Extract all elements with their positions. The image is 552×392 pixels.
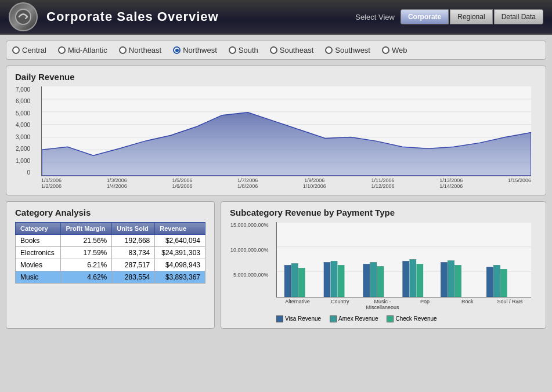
svg-rect-20 bbox=[403, 261, 409, 297]
cell-units: 192,668 bbox=[112, 235, 155, 247]
svg-rect-12 bbox=[291, 263, 298, 297]
bar-chart-area: 15,000,000.00% 10,000,000.00% 5,000,000.… bbox=[276, 222, 531, 297]
daily-revenue-title: Daily Revenue bbox=[15, 72, 537, 82]
col-profit: Profit Margin bbox=[61, 223, 112, 235]
svg-rect-11 bbox=[284, 265, 291, 297]
svg-point-0 bbox=[16, 9, 31, 24]
legend-check-label: Check Revenue bbox=[395, 315, 436, 322]
cell-revenue: $3,893,367 bbox=[155, 271, 205, 284]
table-row[interactable]: Movies 6.21% 287,517 $4,098,943 bbox=[16, 259, 205, 271]
subcategory-title: Subcategory Revenue by Payment Type bbox=[230, 208, 537, 217]
svg-rect-22 bbox=[417, 264, 423, 297]
select-view-label: Select View bbox=[355, 13, 395, 21]
svg-rect-18 bbox=[370, 262, 377, 297]
tab-central[interactable]: Central bbox=[12, 46, 46, 55]
svg-rect-25 bbox=[455, 265, 461, 297]
main-content: Central Mid-Atlantic Northeast Northwest… bbox=[0, 35, 552, 392]
svg-rect-15 bbox=[331, 261, 337, 297]
cell-units: 287,517 bbox=[112, 259, 155, 271]
cell-category: Books bbox=[16, 235, 61, 247]
radio-web bbox=[382, 46, 389, 54]
legend-check: Check Revenue bbox=[387, 315, 436, 322]
legend-visa: Visa Revenue bbox=[276, 315, 321, 322]
cell-units: 83,734 bbox=[112, 247, 155, 259]
subcategory-section: Subcategory Revenue by Payment Type 15,0… bbox=[221, 201, 546, 329]
col-revenue: Revenue bbox=[155, 223, 205, 235]
svg-rect-21 bbox=[410, 260, 416, 297]
cell-category: Electronics bbox=[16, 247, 61, 259]
table-header-row: Category Profit Margin Units Sold Revenu… bbox=[16, 223, 205, 235]
svg-marker-7 bbox=[42, 112, 531, 176]
tabs-container: Central Mid-Atlantic Northeast Northwest… bbox=[6, 41, 546, 60]
tab-northwest[interactable]: Northwest bbox=[173, 46, 217, 55]
svg-rect-14 bbox=[324, 262, 330, 297]
header: Corporate Sales Overview Select View Cor… bbox=[0, 0, 552, 35]
bar-y-axis: 15,000,000.00% 10,000,000.00% 5,000,000.… bbox=[230, 222, 272, 297]
legend-amex-color bbox=[330, 315, 337, 322]
category-section: Category Analysis Category Profit Margin… bbox=[6, 201, 215, 329]
svg-rect-23 bbox=[441, 262, 448, 297]
radio-northeast bbox=[119, 46, 127, 54]
regional-view-button[interactable]: Regional bbox=[450, 9, 492, 24]
cell-profit: 21.56% bbox=[61, 235, 112, 247]
cell-revenue: $24,391,303 bbox=[155, 247, 205, 259]
radio-northwest bbox=[173, 46, 181, 54]
svg-rect-19 bbox=[377, 266, 384, 297]
svg-rect-26 bbox=[486, 267, 493, 297]
tab-southwest[interactable]: Southwest bbox=[325, 46, 370, 55]
table-row[interactable]: Books 21.56% 192,668 $2,640,094 bbox=[16, 235, 205, 247]
legend-check-color bbox=[387, 315, 394, 322]
cell-category: Movies bbox=[16, 259, 61, 271]
x-axis-labels: 1/1/2006 1/2/2006 1/3/2006 1/4/2006 1/5/… bbox=[41, 177, 531, 189]
svg-rect-17 bbox=[363, 264, 370, 297]
col-category: Category bbox=[16, 223, 61, 235]
detail-data-view-button[interactable]: Detail Data bbox=[494, 9, 543, 24]
daily-revenue-section: Daily Revenue 7,000 6,000 5,000 4,000 3,… bbox=[6, 66, 546, 195]
cell-profit: 17.59% bbox=[61, 247, 112, 259]
svg-rect-16 bbox=[338, 265, 344, 297]
cell-revenue: $4,098,943 bbox=[155, 259, 205, 271]
svg-rect-24 bbox=[448, 260, 454, 297]
tab-northeast[interactable]: Northeast bbox=[119, 46, 161, 55]
radio-mid-atlantic bbox=[58, 46, 66, 54]
legend-amex: Amex Revenue bbox=[330, 315, 378, 322]
view-buttons: Corporate Regional Detail Data bbox=[401, 9, 543, 24]
daily-revenue-chart: 7,000 6,000 5,000 4,000 3,000 2,000 1,00… bbox=[41, 86, 531, 176]
tab-web[interactable]: Web bbox=[382, 46, 407, 55]
radio-central bbox=[12, 46, 20, 54]
tab-southeast[interactable]: Southeast bbox=[270, 46, 314, 55]
radio-southeast bbox=[270, 46, 277, 54]
cell-category: Music bbox=[16, 271, 61, 284]
y-axis: 7,000 6,000 5,000 4,000 3,000 2,000 1,00… bbox=[16, 86, 33, 176]
cell-revenue: $2,640,094 bbox=[155, 235, 205, 247]
svg-rect-27 bbox=[493, 265, 500, 297]
category-table: Category Profit Margin Units Sold Revenu… bbox=[15, 222, 205, 284]
legend-visa-color bbox=[276, 315, 283, 322]
radio-south bbox=[229, 46, 236, 54]
table-row[interactable]: Electronics 17.59% 83,734 $24,391,303 bbox=[16, 247, 205, 259]
legend-visa-label: Visa Revenue bbox=[285, 315, 321, 322]
tab-mid-atlantic[interactable]: Mid-Atlantic bbox=[58, 46, 107, 55]
cell-profit: 4.62% bbox=[61, 271, 112, 284]
tab-south[interactable]: South bbox=[229, 46, 258, 55]
radio-southwest bbox=[325, 46, 333, 54]
page-title: Corporate Sales Overview bbox=[46, 9, 355, 24]
svg-rect-13 bbox=[298, 268, 305, 297]
corporate-view-button[interactable]: Corporate bbox=[401, 9, 449, 24]
category-title: Category Analysis bbox=[15, 208, 205, 217]
legend: Visa Revenue Amex Revenue Check Revenue bbox=[276, 315, 537, 322]
svg-rect-28 bbox=[500, 269, 507, 297]
bar-x-labels: Alternative Country Music -Miscellaneous… bbox=[276, 299, 531, 311]
legend-amex-label: Amex Revenue bbox=[338, 315, 378, 322]
bottom-row: Category Analysis Category Profit Margin… bbox=[6, 201, 546, 329]
cell-profit: 6.21% bbox=[61, 259, 112, 271]
col-units: Units Sold bbox=[112, 223, 155, 235]
cell-units: 283,554 bbox=[112, 271, 155, 284]
logo bbox=[9, 2, 38, 31]
table-row-highlighted[interactable]: Music 4.62% 283,554 $3,893,367 bbox=[16, 271, 205, 284]
